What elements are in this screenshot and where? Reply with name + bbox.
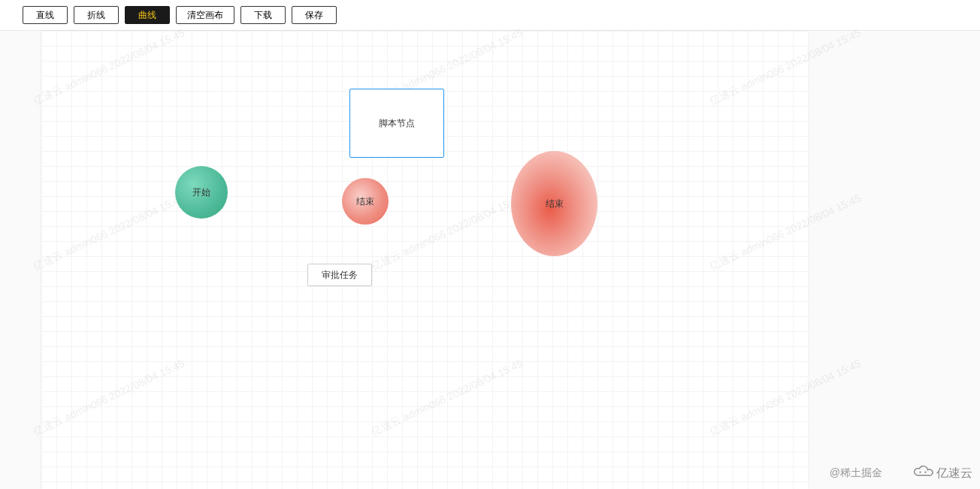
line-straight-button[interactable]: 直线: [23, 6, 68, 24]
flow-canvas[interactable]: 亿速云 admin066 2022/08/04 15:45 亿速云 admin0…: [41, 31, 808, 489]
node-label: 脚本节点: [379, 117, 415, 130]
watermark: 亿速云 admin066 2022/08/04 15:45: [32, 192, 187, 273]
node-label: 开始: [192, 186, 210, 199]
node-approve[interactable]: 审批任务: [307, 264, 372, 286]
watermark: 亿速云 admin066 2022/08/04 15:45: [708, 192, 864, 273]
watermark: 亿速云 admin066 2022/08/04 15:45: [370, 357, 525, 439]
toolbar: 直线 折线 曲线 清空画布 下载 保存: [0, 0, 980, 31]
download-button[interactable]: 下载: [240, 6, 286, 24]
brand-xitu: @稀土掘金: [830, 466, 882, 480]
node-script[interactable]: 脚本节点: [349, 89, 444, 158]
node-label: 结束: [356, 195, 374, 208]
line-poly-button[interactable]: 折线: [74, 6, 119, 24]
node-end-small[interactable]: 结束: [342, 178, 389, 225]
svg-point-1: [924, 471, 926, 472]
watermark: 亿速云 admin066 2022/08/04 15:45: [708, 26, 864, 108]
node-end-large[interactable]: 结束: [511, 151, 597, 256]
watermark: 亿速云 admin066 2022/08/04 15:45: [370, 192, 525, 273]
brand-yisu-label: 亿速云: [936, 466, 972, 481]
node-label: 结束: [546, 198, 564, 210]
node-label: 审批任务: [322, 269, 358, 282]
brand-yisu: 亿速云: [912, 465, 972, 481]
save-button[interactable]: 保存: [292, 6, 337, 24]
clear-canvas-button[interactable]: 清空画布: [176, 6, 234, 24]
svg-point-0: [919, 471, 921, 472]
node-start[interactable]: 开始: [175, 166, 228, 219]
watermark: 亿速云 admin066 2022/08/04 15:45: [32, 26, 187, 108]
cloud-icon: [912, 465, 933, 481]
line-curve-button[interactable]: 曲线: [125, 6, 170, 24]
watermark: 亿速云 admin066 2022/08/04 15:45: [708, 357, 864, 439]
canvas-wrapper: 亿速云 admin066 2022/08/04 15:45 亿速云 admin0…: [0, 31, 980, 489]
watermark: 亿速云 admin066 2022/08/04 15:45: [32, 357, 187, 439]
